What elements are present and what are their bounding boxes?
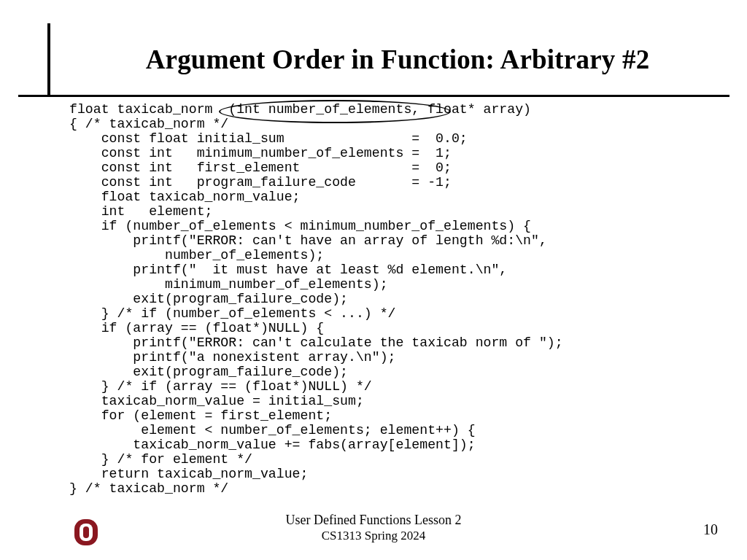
title-vertical-rule [47,23,50,95]
footer-line-1: User Defined Functions Lesson 2 [0,512,747,528]
slide: Argument Order in Function: Arbitrary #2… [0,0,747,560]
parameter-highlight-ellipse [219,100,451,123]
title-horizontal-rule [18,95,729,97]
slide-title: Argument Order in Function: Arbitrary #2 [66,44,729,75]
slide-footer: User Defined Functions Lesson 2 CS1313 S… [0,512,747,544]
code-block: float taxicab_norm (int number_of_elemen… [69,102,563,496]
page-number: 10 [703,521,718,538]
footer-line-2: CS1313 Spring 2024 [0,528,747,544]
